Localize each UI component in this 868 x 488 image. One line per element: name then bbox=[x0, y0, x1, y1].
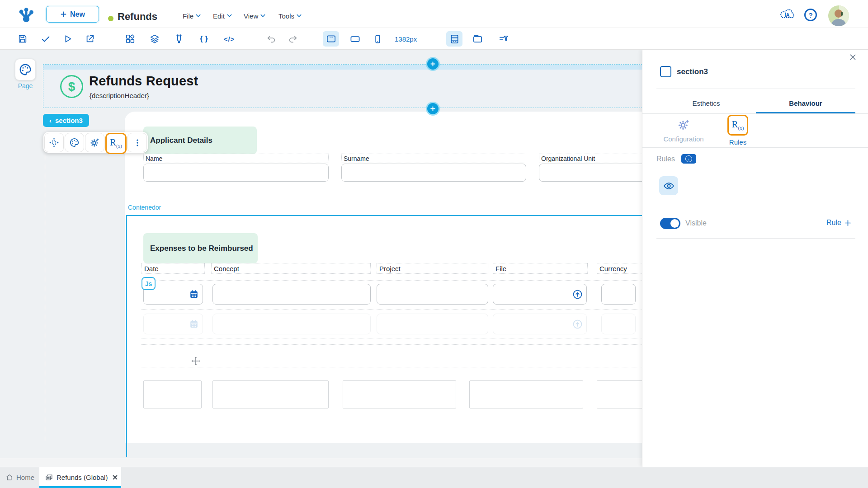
file-cell-input[interactable] bbox=[493, 284, 587, 305]
horizontal-scrollbar[interactable] bbox=[0, 458, 642, 467]
file-cell-input-ghost[interactable] bbox=[493, 314, 587, 334]
ai-assistant-button[interactable]: IA bbox=[778, 7, 796, 22]
layers-button[interactable] bbox=[146, 31, 163, 47]
name-input[interactable] bbox=[143, 164, 329, 182]
save-button[interactable] bbox=[14, 31, 31, 47]
new-button-label: New bbox=[70, 10, 85, 19]
section-breadcrumb-badge[interactable]: ‹ section3 bbox=[43, 114, 89, 127]
js-rule-badge[interactable]: Js bbox=[142, 277, 156, 290]
browser-frame-button[interactable] bbox=[469, 31, 486, 47]
palette-icon bbox=[69, 137, 80, 148]
applicant-details-title: Applicant Details bbox=[150, 136, 212, 145]
drag-move-cursor[interactable] bbox=[190, 356, 201, 366]
container-border-top bbox=[126, 215, 645, 216]
menu-file[interactable]: File bbox=[183, 11, 201, 21]
column-header-project[interactable]: Project bbox=[377, 263, 489, 274]
page-palette-button[interactable] bbox=[15, 59, 36, 80]
configuration-section-button[interactable] bbox=[85, 133, 104, 152]
tab-refunds-global[interactable]: Refunds (Global) bbox=[39, 467, 121, 488]
new-button[interactable]: New bbox=[46, 6, 99, 23]
column-header-currency[interactable]: Currency bbox=[597, 263, 646, 274]
organizational-unit-input[interactable] bbox=[539, 164, 646, 182]
visible-toggle[interactable] bbox=[660, 218, 680, 229]
properties-panel-button[interactable] bbox=[446, 31, 462, 47]
surname-input[interactable] bbox=[341, 164, 526, 182]
rules-section-button[interactable]: R(x) bbox=[105, 133, 127, 154]
panel-divider bbox=[642, 113, 868, 114]
add-component-handle-top[interactable] bbox=[427, 58, 439, 70]
redo-button[interactable] bbox=[285, 31, 301, 47]
user-avatar[interactable] bbox=[828, 5, 849, 26]
move-cross-icon bbox=[190, 356, 201, 366]
currency-cell-input[interactable] bbox=[601, 284, 636, 305]
desktop-view-button[interactable] bbox=[323, 31, 339, 47]
code-icon: </> bbox=[224, 35, 235, 43]
visibility-rule-button[interactable] bbox=[659, 176, 678, 195]
concept-cell-input-ghost[interactable] bbox=[212, 314, 371, 334]
tab-esthetics[interactable]: Esthetics bbox=[656, 93, 756, 113]
panel-close-button[interactable] bbox=[847, 52, 858, 62]
footer-placeholder-cell[interactable] bbox=[143, 380, 202, 408]
tab-behaviour[interactable]: Behaviour bbox=[756, 93, 855, 113]
footer-placeholder-cell[interactable] bbox=[343, 380, 456, 408]
undo-icon bbox=[266, 34, 276, 44]
chevron-down-icon bbox=[260, 14, 265, 18]
project-cell-input-ghost[interactable] bbox=[377, 314, 488, 334]
column-header-file[interactable]: File bbox=[493, 263, 588, 274]
add-rule-button[interactable]: Rule bbox=[826, 219, 852, 227]
rules-info-badge[interactable]: i bbox=[681, 154, 696, 164]
chevron-down-icon bbox=[227, 14, 232, 18]
run-preview-button[interactable] bbox=[60, 31, 76, 47]
source-code-button[interactable]: </> bbox=[221, 31, 237, 47]
row-separator bbox=[142, 344, 646, 345]
connections-button[interactable] bbox=[171, 31, 187, 47]
move-section-button[interactable] bbox=[44, 133, 64, 152]
add-component-handle-bottom[interactable] bbox=[427, 103, 439, 114]
menu-edit-label: Edit bbox=[213, 12, 225, 20]
mobile-view-button[interactable] bbox=[369, 31, 386, 47]
tab-close-icon[interactable] bbox=[112, 474, 118, 480]
expenses-group[interactable]: Expenses to be Reimbursed bbox=[143, 233, 258, 263]
validate-button[interactable] bbox=[38, 31, 54, 47]
app-logo[interactable] bbox=[16, 6, 36, 23]
date-cell-input-ghost[interactable] bbox=[143, 314, 203, 334]
help-button[interactable]: ? bbox=[804, 8, 817, 22]
project-cell-input[interactable] bbox=[377, 284, 488, 305]
form-header-component[interactable]: $ Refunds Request {descriptionHeader} bbox=[43, 64, 645, 108]
tablet-view-button[interactable] bbox=[347, 31, 363, 47]
field-label-surname[interactable]: Surname bbox=[341, 154, 526, 163]
form-tab-icon bbox=[45, 474, 53, 481]
plus-icon bbox=[60, 11, 67, 18]
footer-placeholder-cell[interactable] bbox=[469, 380, 583, 408]
more-options-button[interactable] bbox=[127, 133, 147, 152]
svg-text:IA: IA bbox=[785, 12, 790, 18]
currency-cell-input-ghost[interactable] bbox=[601, 314, 636, 334]
concept-cell-input[interactable] bbox=[212, 284, 371, 305]
field-label-name[interactable]: Name bbox=[143, 154, 329, 163]
menu-tools[interactable]: Tools bbox=[278, 11, 302, 21]
tab-home[interactable]: Home bbox=[0, 467, 39, 488]
menu-edit[interactable]: Edit bbox=[213, 11, 232, 21]
layers-icon bbox=[150, 34, 160, 44]
components-button[interactable] bbox=[122, 31, 138, 47]
container-border-left bbox=[126, 215, 127, 457]
redo-icon bbox=[288, 34, 298, 44]
filter-button[interactable] bbox=[495, 31, 512, 47]
menu-view[interactable]: View bbox=[244, 11, 265, 21]
tool-configuration[interactable]: Configuration bbox=[656, 118, 711, 143]
column-header-date[interactable]: Date bbox=[142, 263, 205, 274]
section-type-icon[interactable] bbox=[660, 66, 671, 77]
data-braces-button[interactable]: { } bbox=[196, 31, 212, 47]
column-header-concept[interactable]: Concept bbox=[211, 263, 371, 274]
applicant-details-group[interactable]: Applicant Details bbox=[143, 127, 257, 154]
undo-button[interactable] bbox=[263, 31, 279, 47]
esthetics-section-button[interactable] bbox=[65, 133, 84, 152]
tool-rules[interactable]: R(x) Rules bbox=[722, 115, 753, 146]
rules-rx-icon: R(x) bbox=[110, 138, 122, 149]
publish-button[interactable] bbox=[82, 31, 98, 47]
field-label-organizational-unit[interactable]: Organizational Unit bbox=[539, 154, 646, 163]
footer-placeholder-cell[interactable] bbox=[212, 380, 329, 408]
active-tab-indicator bbox=[39, 486, 121, 488]
rules-rx-icon: R(x) bbox=[732, 120, 744, 131]
footer-placeholder-cell[interactable] bbox=[597, 380, 646, 408]
